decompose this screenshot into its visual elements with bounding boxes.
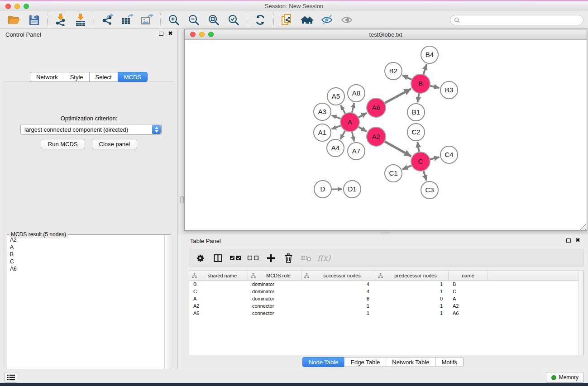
- graph-node-D[interactable]: D: [314, 181, 331, 198]
- zoom-window-button[interactable]: [24, 4, 29, 9]
- delete-column-trash-icon[interactable]: [281, 251, 296, 265]
- splitter-handle-vertical[interactable]: [180, 196, 184, 203]
- table-cell-name[interactable]: C: [449, 289, 488, 294]
- table-cell-predecessor-nodes[interactable]: 1: [375, 310, 449, 316]
- column-header-predecessor-nodes[interactable]: predecessor nodes: [375, 271, 449, 280]
- zoom-in-icon[interactable]: [166, 13, 182, 27]
- memory-button[interactable]: Memory: [546, 372, 584, 383]
- graph-node-A1[interactable]: A1: [314, 124, 331, 141]
- table-settings-gear-icon[interactable]: [193, 251, 207, 265]
- result-list-item[interactable]: A6: [9, 265, 163, 272]
- table-cell-MCDS-role[interactable]: dominator: [248, 281, 301, 287]
- table-cell-successor-nodes[interactable]: 1: [301, 303, 375, 309]
- graph-node-A2[interactable]: A2: [367, 127, 386, 146]
- table-cell-shared-name[interactable]: B: [189, 281, 248, 287]
- table-cell-successor-nodes[interactable]: 4: [301, 281, 375, 287]
- result-list-item[interactable]: B: [9, 251, 163, 258]
- graph-node-C3[interactable]: C3: [421, 181, 438, 199]
- graph-node-A[interactable]: A: [340, 113, 359, 132]
- table-cell-shared-name[interactable]: A6: [189, 310, 248, 316]
- tab-motifs[interactable]: Motifs: [435, 357, 464, 367]
- table-cell-MCDS-role[interactable]: dominator: [248, 296, 301, 301]
- table-cell-MCDS-role[interactable]: dominator: [248, 289, 301, 294]
- export-image-icon[interactable]: [139, 13, 155, 27]
- export-table-icon[interactable]: [120, 13, 135, 27]
- graph-node-A8[interactable]: A8: [348, 85, 365, 102]
- graph-node-A3[interactable]: A3: [314, 103, 331, 120]
- table-cell-successor-nodes[interactable]: 1: [301, 310, 375, 316]
- refresh-layout-icon[interactable]: [253, 13, 268, 27]
- graph-node-C2[interactable]: C2: [407, 124, 425, 141]
- zoom-out-icon[interactable]: [186, 13, 201, 27]
- save-session-icon[interactable]: [26, 13, 42, 27]
- export-network-icon[interactable]: [100, 13, 115, 27]
- graph-node-C[interactable]: C: [411, 152, 430, 171]
- graph-node-C4[interactable]: C4: [440, 146, 458, 163]
- deselect-all-icon[interactable]: [246, 251, 260, 265]
- table-cell-predecessor-nodes[interactable]: 1: [375, 289, 449, 294]
- add-column-icon[interactable]: [263, 251, 278, 265]
- criterion-dropdown[interactable]: largest connected component (directed): [20, 124, 162, 135]
- table-cell-name[interactable]: A6: [449, 310, 488, 316]
- tab-network[interactable]: Network: [30, 72, 64, 82]
- graph-node-A7[interactable]: A7: [348, 143, 365, 160]
- column-view-icon[interactable]: [210, 251, 225, 265]
- resize-grip-icon[interactable]: [580, 224, 586, 230]
- table-cell-predecessor-nodes[interactable]: 1: [375, 303, 449, 309]
- graph-node-A6[interactable]: A6: [367, 98, 386, 117]
- table-cell-MCDS-role[interactable]: connector: [248, 310, 301, 316]
- close-table-panel-icon[interactable]: ✖: [575, 238, 580, 243]
- table-cell-shared-name[interactable]: C: [189, 289, 248, 294]
- graph-node-B4[interactable]: B4: [421, 46, 438, 63]
- new-network-from-selection-icon[interactable]: [279, 13, 295, 27]
- table-cell-name[interactable]: B: [449, 281, 488, 287]
- float-panel-icon[interactable]: [159, 32, 163, 36]
- graph-node-B3[interactable]: B3: [440, 81, 458, 99]
- table-cell-successor-nodes[interactable]: 4: [301, 289, 375, 294]
- task-history-button[interactable]: [5, 372, 17, 383]
- home-views-icon[interactable]: [299, 13, 315, 27]
- float-table-panel-icon[interactable]: [566, 238, 571, 243]
- minimize-window-button[interactable]: [14, 4, 20, 9]
- zoom-fit-icon[interactable]: [206, 13, 221, 27]
- result-list-item[interactable]: C: [9, 258, 163, 265]
- search-field[interactable]: [450, 15, 583, 25]
- hide-selected-icon[interactable]: [319, 13, 335, 27]
- tab-select[interactable]: Select: [89, 72, 118, 82]
- graph-node-D1[interactable]: D1: [344, 181, 361, 198]
- table-cell-predecessor-nodes[interactable]: 0: [375, 296, 449, 301]
- select-all-icon[interactable]: [228, 251, 243, 265]
- network-minimize-button[interactable]: [199, 32, 205, 37]
- table-scrollbar[interactable]: [578, 271, 583, 355]
- result-list-item[interactable]: A: [9, 243, 163, 251]
- tab-network-table[interactable]: Network Table: [386, 357, 435, 367]
- column-header-successor-nodes[interactable]: successor nodes: [301, 271, 375, 280]
- graph-node-B2[interactable]: B2: [385, 62, 402, 80]
- table-cell-predecessor-nodes[interactable]: 1: [375, 281, 449, 287]
- column-header-name[interactable]: name: [449, 271, 488, 280]
- result-list-item[interactable]: A2: [9, 236, 163, 243]
- close-panel-button[interactable]: Close panel: [92, 139, 138, 149]
- import-network-icon[interactable]: [53, 13, 68, 27]
- show-all-icon[interactable]: [339, 13, 354, 27]
- table-cell-shared-name[interactable]: A2: [189, 303, 248, 309]
- tab-mcds[interactable]: MCDS: [118, 72, 148, 82]
- run-mcds-button[interactable]: Run MCDS: [41, 139, 85, 149]
- graph-node-B[interactable]: B: [411, 74, 430, 93]
- import-table-icon[interactable]: [73, 13, 88, 27]
- search-input[interactable]: [463, 17, 579, 24]
- network-close-button[interactable]: [190, 32, 196, 37]
- network-zoom-button[interactable]: [208, 32, 214, 37]
- graph-node-C1[interactable]: C1: [385, 165, 402, 182]
- close-window-button[interactable]: [5, 4, 11, 9]
- open-file-icon[interactable]: [6, 13, 22, 27]
- result-list-scrollbar[interactable]: [164, 235, 170, 386]
- tab-edge-table[interactable]: Edge Table: [344, 357, 386, 367]
- table-cell-shared-name[interactable]: A: [189, 296, 248, 301]
- table-cell-MCDS-role[interactable]: connector: [248, 303, 301, 309]
- tab-node-table[interactable]: Node Table: [302, 357, 345, 367]
- network-canvas[interactable]: B4B2BB3A8A5A6A3B1AA1C2A2A4A7C4CC1DD1C3: [185, 40, 587, 230]
- table-cell-name[interactable]: A: [449, 296, 488, 301]
- graph-node-A4[interactable]: A4: [327, 139, 344, 157]
- graph-node-A5[interactable]: A5: [327, 88, 344, 105]
